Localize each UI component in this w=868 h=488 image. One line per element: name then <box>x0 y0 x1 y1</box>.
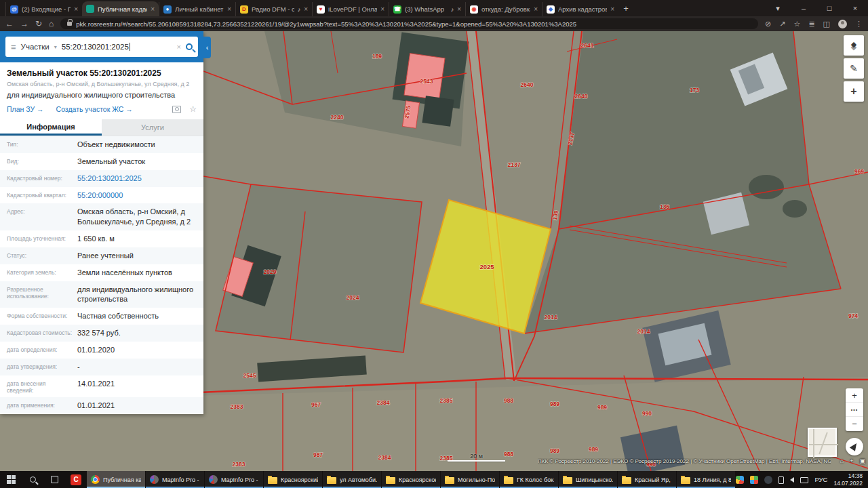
taskbar-app-label: 18 Линия, д 81 <box>694 476 731 483</box>
measure-button[interactable]: ✎ <box>844 58 864 79</box>
taskbar-app[interactable]: 18 Линия, д 81 <box>677 471 735 488</box>
tab-close-icon[interactable]: × <box>227 5 231 13</box>
tab-close-icon[interactable]: × <box>74 5 78 13</box>
browser-tab[interactable]: ♥iLovePDF | Онлайн PDF ин× <box>312 2 389 16</box>
network-icon[interactable] <box>800 477 808 483</box>
favorite-star-icon[interactable]: ☆ <box>189 104 197 114</box>
info-row: дата применения:01.01.2021 <box>0 397 203 414</box>
taskbar-app[interactable]: ГК Колос бок... <box>500 471 558 488</box>
tab-search-button[interactable]: ▾ <box>765 0 791 16</box>
zoom-in-button[interactable]: + <box>846 388 863 403</box>
parcel-label: 2641 <box>581 42 594 49</box>
clear-search-icon[interactable]: × <box>177 43 181 51</box>
taskbar-app[interactable]: Красноярский... <box>264 471 322 488</box>
pan-button[interactable]: + <box>844 81 864 102</box>
new-tab-button[interactable]: + <box>618 1 633 16</box>
browser-tab[interactable]: ☎(3) WhatsApp♪× <box>389 2 465 16</box>
browser-tab[interactable]: Публичная кадастровая к× <box>82 1 159 16</box>
tray-app-icon-2[interactable] <box>750 476 758 484</box>
home-extent-icon[interactable]: ⌂ <box>840 458 844 464</box>
info-row-value[interactable]: 55:20:000000 <box>77 190 203 201</box>
parcel-label: 2240 <box>331 114 344 121</box>
share-icon[interactable]: ↗ <box>779 20 785 28</box>
taskbar-clock[interactable]: 14:38 14.07.2022 <box>833 472 863 487</box>
info-row: Площадь уточненная:1 650 кв. м <box>0 230 203 247</box>
lock-icon[interactable] <box>67 22 72 26</box>
close-window-button[interactable]: × <box>842 0 868 16</box>
browser-menu-icon[interactable]: ⋮ <box>855 20 863 28</box>
tab-close-icon[interactable]: × <box>304 5 308 13</box>
taskbar-app[interactable]: ул Автомоби... <box>323 471 381 488</box>
folder-icon <box>563 477 572 484</box>
tab-services[interactable]: Услуги <box>102 119 203 136</box>
usb-device-icon[interactable] <box>778 476 784 484</box>
parcel-label: 988 <box>504 397 513 404</box>
taskbar-app[interactable]: Красноярское... <box>382 471 440 488</box>
notifications-blocked-icon[interactable]: ⊘ <box>765 20 771 28</box>
overview-minimap[interactable] <box>808 428 837 457</box>
create-zhs-link[interactable]: Создать участок ЖС → <box>56 105 133 113</box>
browser-tab[interactable]: ◉откуда: Дубровка больше× <box>465 2 542 16</box>
search-category-select[interactable]: Участки <box>21 43 50 51</box>
address-bar[interactable]: pkk.rosreestr.ru/#/search/55.20610859131… <box>60 18 758 29</box>
taskbar-app[interactable]: Публичная ка... <box>87 471 145 488</box>
forward-icon[interactable]: → <box>20 19 28 28</box>
pinned-app-red[interactable]: C <box>65 471 87 488</box>
tab-close-icon[interactable]: × <box>457 5 461 13</box>
browser-tab[interactable]: ◆Архив кадастровых план× <box>542 2 618 16</box>
minimize-button[interactable]: – <box>791 0 816 16</box>
search-icon[interactable] <box>186 43 193 50</box>
task-view-button[interactable] <box>43 471 65 488</box>
folder-icon <box>327 477 336 484</box>
chevron-down-icon[interactable]: ▾ <box>54 44 57 50</box>
search-icon <box>30 476 36 483</box>
profile-avatar[interactable] <box>838 20 847 28</box>
tab-audio-icon[interactable]: ♪ <box>298 6 301 13</box>
tab-close-icon[interactable]: × <box>380 5 384 13</box>
browser-tab[interactable]: ●Личный кабинет× <box>159 2 235 16</box>
browser-tab[interactable]: DРадио DFM - офици♪× <box>235 2 312 16</box>
tab-audio-icon[interactable]: ♪ <box>451 6 454 13</box>
menu-icon[interactable]: ≡ <box>11 42 16 52</box>
side-panel-icon[interactable]: ◫ <box>823 20 830 28</box>
tab-close-icon[interactable]: × <box>534 5 538 13</box>
parcel-label: 989 <box>550 447 559 454</box>
plan-zu-link[interactable]: План ЗУ → <box>7 105 44 113</box>
browser-tab[interactable]: @(2) Входящие - Почта Mai× <box>5 2 82 16</box>
preview-icon[interactable] <box>172 106 181 113</box>
taskbar-apps: Публичная ка...MapInfo Pro - ...MapInfo … <box>87 471 736 488</box>
maximize-button[interactable]: □ <box>816 0 842 16</box>
zoom-out-button[interactable]: − <box>846 417 863 431</box>
taskbar-app[interactable]: MapInfo Pro - ... <box>205 471 263 488</box>
collapse-panel-button[interactable]: ‹ <box>203 37 211 58</box>
tab-information[interactable]: Информация <box>0 119 102 136</box>
zoom-levels-button[interactable]: ••• <box>846 403 863 417</box>
taskbar-search-button[interactable] <box>22 471 43 488</box>
layers-button[interactable]: ◆ <box>844 35 864 56</box>
taskbar-app[interactable]: Красный Яр, у... <box>618 471 676 488</box>
url-text[interactable]: pkk.rosreestr.ru/#/search/55.20610859131… <box>76 20 576 28</box>
home-icon[interactable]: ⌂ <box>49 19 54 28</box>
search-box[interactable]: ≡ Участки ▾ 55:20:130201:2025 × <box>5 37 198 57</box>
taskbar-app[interactable]: Могильно-По... <box>441 471 499 488</box>
taskbar-app[interactable]: Шипицынско... <box>559 471 617 488</box>
tray-app-icon-3[interactable] <box>764 476 772 484</box>
info-row: Вид:Земельный участок <box>0 153 203 170</box>
tab-close-icon[interactable]: × <box>151 5 155 13</box>
reload-icon[interactable]: ↻ <box>35 19 42 28</box>
ruler-icon: ✎ <box>850 63 858 74</box>
back-icon[interactable]: ← <box>5 19 14 28</box>
volume-icon[interactable] <box>790 477 794 483</box>
tray-app-icon-1[interactable] <box>736 476 744 484</box>
search-input[interactable]: 55:20:130201:2025 <box>62 43 172 51</box>
bookmark-star-icon[interactable]: ☆ <box>794 20 801 28</box>
locate-button[interactable] <box>846 438 863 455</box>
fullscreen-icon[interactable]: ▣ <box>859 458 865 464</box>
start-button[interactable] <box>0 471 22 488</box>
info-row-value[interactable]: 55:20:130201:2025 <box>77 174 203 184</box>
taskbar-app[interactable]: MapInfo Pro - ... <box>146 471 204 488</box>
language-indicator[interactable]: РУС <box>814 476 827 483</box>
reading-list-icon[interactable]: ≣ <box>808 20 814 28</box>
tab-close-icon[interactable]: × <box>610 5 614 13</box>
target-icon[interactable]: + <box>850 458 853 464</box>
